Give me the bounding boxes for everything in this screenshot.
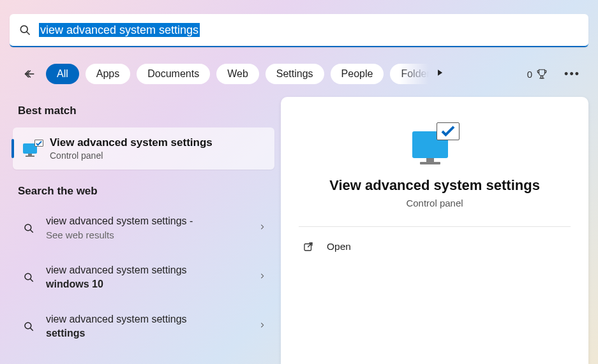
search-icon [23, 321, 34, 332]
svg-point-0 [20, 25, 27, 33]
chevron-right-icon [259, 321, 265, 332]
preview-panel: View advanced system settings Control pa… [281, 97, 588, 364]
filter-bar: All Apps Documents Web Settings People F… [18, 61, 580, 87]
back-button[interactable] [18, 62, 41, 85]
filter-pill-people[interactable]: People [331, 64, 384, 84]
rewards-icon [536, 68, 548, 80]
open-label: Open [327, 241, 351, 252]
filter-scroll-right[interactable] [435, 68, 444, 80]
web-result-1[interactable]: view advanced system settings - See web … [13, 208, 274, 248]
search-web-heading: Search the web [18, 185, 269, 198]
svg-point-5 [25, 273, 31, 280]
filter-pill-all[interactable]: All [46, 64, 79, 84]
svg-line-1 [27, 32, 30, 35]
best-match-subtitle: Control panel [50, 150, 213, 161]
search-input[interactable]: view advanced system settings [39, 24, 579, 37]
open-icon [303, 241, 314, 252]
system-settings-icon [23, 141, 41, 156]
rewards-points[interactable]: 0 [527, 68, 548, 80]
chevron-right-icon [259, 222, 265, 234]
svg-line-6 [30, 279, 33, 281]
filter-pill-documents[interactable]: Documents [137, 64, 210, 84]
preview-subtitle: Control panel [299, 198, 571, 208]
more-button[interactable]: ••• [564, 68, 580, 81]
rewards-points-value: 0 [527, 69, 532, 80]
filter-pills: All Apps Documents Web Settings People F… [46, 64, 429, 84]
preview-title: View advanced system settings [299, 177, 571, 194]
results-column: Best match View advanced system settings… [13, 102, 274, 347]
best-match-title: View advanced system settings [50, 136, 213, 149]
best-match-heading: Best match [18, 105, 269, 117]
svg-point-7 [25, 323, 31, 329]
system-settings-icon-large [410, 121, 460, 164]
search-icon [23, 272, 34, 283]
filter-pill-web[interactable]: Web [216, 64, 259, 84]
svg-line-8 [30, 328, 33, 330]
search-bar[interactable]: view advanced system settings [10, 14, 588, 47]
filter-pill-folders[interactable]: Folders [390, 64, 429, 84]
filter-pill-settings[interactable]: Settings [265, 64, 324, 84]
svg-line-4 [30, 229, 33, 232]
open-action[interactable]: Open [299, 227, 571, 266]
svg-point-3 [25, 224, 31, 231]
filter-pill-apps[interactable]: Apps [86, 64, 130, 84]
best-match-result[interactable]: View advanced system settings Control pa… [13, 127, 274, 170]
web-result-3[interactable]: view advanced system settings settings [13, 306, 274, 346]
search-icon [19, 24, 31, 36]
web-result-2[interactable]: view advanced system settings windows 10 [13, 257, 274, 297]
search-icon [23, 222, 34, 234]
chevron-right-icon [259, 272, 265, 283]
web-results-list: view advanced system settings - See web … [13, 208, 274, 347]
